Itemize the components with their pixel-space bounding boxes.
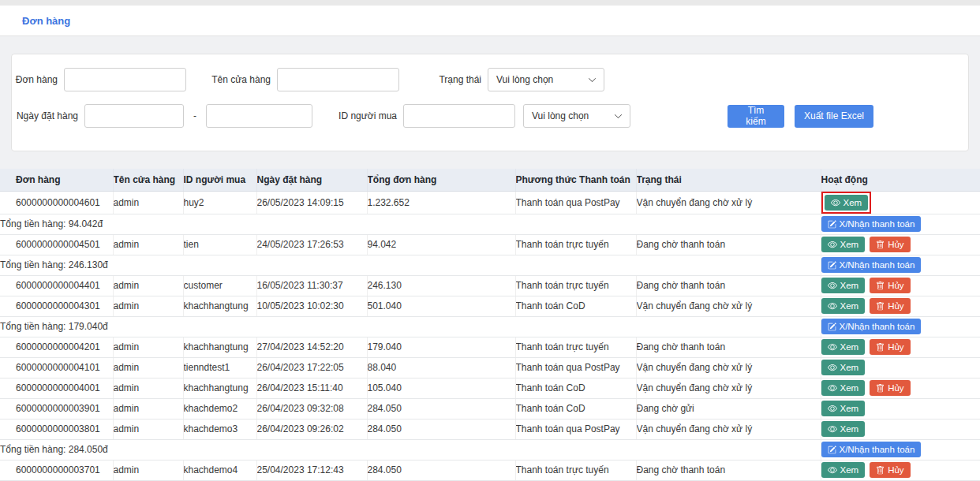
cancel-button-label: Hủy xyxy=(888,240,903,249)
subtotal-label: Tổng tiền hàng: 94.042đ xyxy=(0,214,821,234)
date-from-input[interactable] xyxy=(84,104,184,128)
cancel-button[interactable]: Hủy xyxy=(870,237,910,252)
search-button[interactable]: Tìm kiếm xyxy=(728,105,784,128)
column-header: Phương thức Thanh toán xyxy=(515,169,636,191)
actions-cell: X/Nhận thanh toán xyxy=(821,316,980,337)
order-id-cell: 6000000000004001 xyxy=(0,378,113,398)
highlight-box: Xem xyxy=(821,192,872,214)
trash-icon xyxy=(876,282,885,290)
status-cell: Đang chờ thanh toán xyxy=(636,234,821,255)
date-to-input[interactable] xyxy=(206,104,312,128)
subtotal-label: Tổng tiền hàng: 246.130đ xyxy=(0,255,821,275)
actions-cell: XemHủy xyxy=(821,337,980,357)
order-filter-input[interactable] xyxy=(64,68,186,91)
order-total-cell: 105.040 xyxy=(367,378,515,398)
buyer-cell: khachdemo4 xyxy=(183,460,256,480)
secondary-select[interactable]: Vui lòng chọn xyxy=(523,104,630,128)
column-header: Trạng thái xyxy=(636,169,821,191)
view-button[interactable]: Xem xyxy=(821,360,866,375)
buyer-id-input[interactable] xyxy=(403,104,515,128)
buyer-cell: huy2 xyxy=(183,191,256,214)
secondary-select-value: Vui lòng chọn xyxy=(532,110,589,121)
cancel-button[interactable]: Hủy xyxy=(870,278,910,293)
store-cell: admin xyxy=(113,296,183,316)
export-excel-button[interactable]: Xuất file Excel xyxy=(795,105,873,128)
buyer-cell: khachdemo3 xyxy=(183,419,256,439)
filter-row-2: Ngày đặt hàng - ID người mua Vui lòng ch… xyxy=(12,104,968,128)
order-date-cell: 27/04/2023 14:52:20 xyxy=(256,337,367,357)
buyer-cell: khachhangtung xyxy=(183,296,256,316)
view-button[interactable]: Xem xyxy=(821,339,866,355)
order-total-cell: 284.050 xyxy=(367,460,515,480)
store-cell: admin xyxy=(113,378,183,398)
payment-method-cell: Thanh toán CoD xyxy=(515,378,636,398)
trash-icon xyxy=(876,466,885,475)
view-button[interactable]: Xem xyxy=(821,278,866,293)
order-id-cell: 6000000000004101 xyxy=(0,357,113,378)
order-date-cell: 26/05/2023 14:09:15 xyxy=(256,191,367,214)
order-date-cell: 10/05/2023 10:02:30 xyxy=(256,296,367,316)
order-total-cell: 179.040 xyxy=(367,337,515,357)
trash-icon xyxy=(876,384,885,393)
view-button[interactable]: Xem xyxy=(821,380,866,396)
column-header: Ngày đặt hàng xyxy=(256,169,367,191)
edit-icon xyxy=(828,261,836,270)
buyer-cell: tien xyxy=(183,234,256,255)
table-row: 6000000000004401admincustomer16/05/2023 … xyxy=(0,275,980,296)
actions-cell: Xem xyxy=(821,419,980,439)
buyer-cell: khachhangtung xyxy=(183,378,256,398)
chevron-down-icon xyxy=(588,76,597,84)
payment-method-cell: Thanh toán qua PostPay xyxy=(515,357,636,378)
status-select[interactable]: Vui lòng chọn xyxy=(488,68,604,91)
cancel-button[interactable]: Hủy xyxy=(870,298,910,314)
view-button-label: Xem xyxy=(840,240,859,249)
edit-icon xyxy=(828,220,836,229)
order-id-cell: 6000000000003901 xyxy=(0,398,113,419)
view-button[interactable]: Xem xyxy=(821,237,866,252)
receive-payment-button[interactable]: X/Nhận thanh toán xyxy=(821,216,922,232)
store-filter-input[interactable] xyxy=(277,68,399,91)
actions-cell: Xem xyxy=(821,191,980,214)
order-id-cell: 6000000000004401 xyxy=(0,275,113,296)
view-button[interactable]: Xem xyxy=(821,298,866,314)
subtotal-row: Tổng tiền hàng: 246.130đX/Nhận thanh toá… xyxy=(0,255,980,275)
cancel-button[interactable]: Hủy xyxy=(870,339,910,355)
receive-payment-button-label: X/Nhận thanh toán xyxy=(840,219,915,229)
receive-payment-button-label: X/Nhận thanh toán xyxy=(840,322,915,331)
top-strip xyxy=(0,0,980,6)
order-total-cell: 88.040 xyxy=(367,357,515,378)
order-total-cell: 1.232.652 xyxy=(367,191,515,214)
receive-payment-button[interactable]: X/Nhận thanh toán xyxy=(821,442,922,457)
order-id-cell: 6000000000003801 xyxy=(0,419,113,439)
store-filter-label: Tên cửa hàng xyxy=(186,74,277,85)
edit-icon xyxy=(828,446,836,454)
view-button-label: Xem xyxy=(840,383,859,393)
view-button[interactable]: Xem xyxy=(821,421,866,437)
view-button[interactable]: Xem xyxy=(821,462,866,478)
eye-icon xyxy=(831,198,840,207)
status-cell: Vận chuyển đang chờ xử lý xyxy=(636,378,821,398)
table-row: 6000000000004101admintienndtest126/04/20… xyxy=(0,357,980,378)
table-row: 6000000000004501admintien24/05/2023 17:2… xyxy=(0,234,980,255)
order-filter-label: Đơn hàng xyxy=(12,74,64,85)
cancel-button[interactable]: Hủy xyxy=(870,462,910,478)
view-button-label: Xem xyxy=(840,404,859,413)
view-button[interactable]: Xem xyxy=(821,401,866,416)
cancel-button[interactable]: Hủy xyxy=(870,380,910,396)
eye-icon xyxy=(828,424,837,434)
eye-icon xyxy=(828,383,837,393)
column-header: Tổng đơn hàng xyxy=(367,169,515,191)
page-title: Đơn hàng xyxy=(22,15,70,27)
receive-payment-button[interactable]: X/Nhận thanh toán xyxy=(821,319,922,334)
chevron-down-icon xyxy=(614,112,623,121)
receive-payment-button[interactable]: X/Nhận thanh toán xyxy=(821,257,922,273)
payment-method-cell: Thanh toán trực tuyến xyxy=(515,234,636,255)
view-button[interactable]: Xem xyxy=(825,195,869,211)
subtotal-label: Tổng tiền hàng: 284.050đ xyxy=(0,439,821,460)
status-filter-label: Trạng thái xyxy=(399,74,488,85)
store-cell: admin xyxy=(113,419,183,439)
store-cell: admin xyxy=(113,460,183,480)
order-date-cell: 25/04/2023 17:12:43 xyxy=(256,460,367,480)
date-filter-label: Ngày đặt hàng xyxy=(12,110,84,121)
table-row: 6000000000003901adminkhachdemo226/04/202… xyxy=(0,398,980,419)
